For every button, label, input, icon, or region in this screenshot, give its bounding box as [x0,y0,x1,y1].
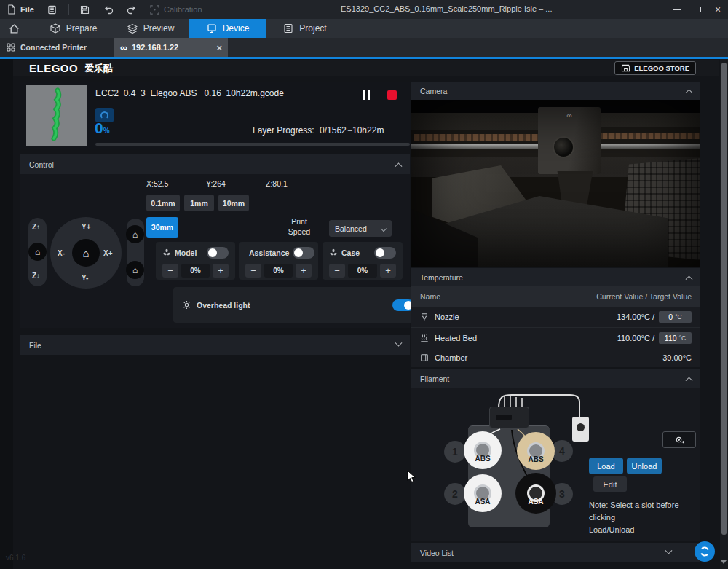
step-0.1mm-button[interactable]: 0.1mm [146,195,180,211]
temperature-columns: Name Current Value / Target Value [411,286,700,307]
x-minus-button[interactable]: X- [58,249,65,257]
refresh-button[interactable] [695,541,715,562]
expand-chevron-icon[interactable] [395,340,403,347]
bed-target-input[interactable]: 110°C [659,332,692,344]
save-button[interactable] [74,0,97,19]
undo-button[interactable] [97,0,120,19]
spool-slot-3[interactable] [515,473,556,514]
camera-feed: ∞ [411,100,700,267]
tab-project[interactable]: Project [266,19,344,38]
overhead-light-label: Overhead light [197,301,250,310]
chamber-label: Chamber [435,353,467,362]
connected-printer-button[interactable]: Connected Printer [0,38,114,57]
nozzle-unit: °C [675,313,682,321]
collapse-chevron-icon[interactable] [686,377,693,384]
step-10mm-button[interactable]: 10mm [218,195,249,211]
tab-device[interactable]: Device [189,19,266,38]
spool-slot-4[interactable] [517,432,555,470]
column-name: Name [420,292,440,301]
fan-case-plus-button[interactable]: + [380,264,396,278]
camera-panel-header[interactable]: Camera [411,82,700,100]
fan-case-minus-button[interactable]: − [329,264,345,278]
control-panel-header[interactable]: Control [20,154,410,174]
store-button-label: ELEGOO STORE [634,64,689,72]
pause-button[interactable] [363,90,373,100]
filament-settings-icon [674,435,685,444]
load-button[interactable]: Load [589,458,623,474]
expand-chevron-icon[interactable] [665,547,673,554]
storefront-icon [621,64,630,72]
scrollbar-thumb[interactable] [721,63,727,535]
document-menu-button[interactable] [41,0,64,19]
tab-project-label: Project [299,23,326,34]
fan-model-toggle[interactable] [207,247,229,259]
left-margin [0,59,13,569]
fan-assistance-plus-button[interactable]: + [296,264,312,278]
stop-button[interactable] [387,90,397,100]
home-xy-button[interactable]: ⌂ [72,239,100,267]
edit-button[interactable]: Edit [593,476,627,492]
project-list-icon [283,23,293,34]
redo-button[interactable] [120,0,143,19]
fan-assistance-toggle[interactable] [293,247,314,259]
spool-slot-2[interactable] [464,474,502,512]
video-list-panel-header[interactable]: Video List [411,543,700,562]
grid-icon [7,43,15,52]
column-value: Current Value / Target Value [596,292,692,301]
z-down-button[interactable]: Z↓ [32,272,40,280]
home-bed-button[interactable]: ⌂ [126,261,144,279]
home-tab[interactable] [0,19,28,38]
collapse-chevron-icon[interactable] [686,89,693,96]
spool-slot-1[interactable] [464,431,502,469]
save-icon [80,4,90,15]
scrollbar[interactable] [720,59,728,569]
home-pad: ⌂ ⌂ [127,219,144,286]
calibration-menu[interactable]: Calibration [143,0,209,19]
file-menu[interactable]: File [0,0,41,19]
printer-subnav: Connected Printer ∞ 192.168.1.22 × [0,38,728,57]
fan-card-assistance: Assistance − 0% + [239,242,318,280]
step-1mm-button[interactable]: 1mm [184,195,214,211]
y-minus-button[interactable]: Y- [82,274,88,282]
filament-panel-header[interactable]: Filament [411,369,700,388]
connected-printer-label: Connected Printer [20,43,87,52]
titlebar: File Calibration ES1329_CC2_ABS_0.16mm_S… [0,0,728,19]
fan-assistance-minus-button[interactable]: − [245,264,261,278]
tab-prepare[interactable]: Prepare [35,19,112,38]
elegoo-store-button[interactable]: ELEGOO STORE [614,61,696,75]
close-tab-icon[interactable]: × [216,43,222,52]
tab-preview[interactable]: Preview [112,19,189,38]
app-window: File Calibration ES1329_CC2_ABS_0.16mm_S… [0,0,728,569]
home-z-button[interactable]: ⌂ [28,243,47,261]
percent-unit: % [103,127,110,135]
close-button[interactable]: × [708,0,728,19]
printer-tab[interactable]: ∞ 192.168.1.22 × [114,38,228,57]
collapse-chevron-icon[interactable] [395,162,403,170]
x-plus-button[interactable]: X+ [103,249,113,257]
maximize-button[interactable] [687,0,708,19]
y-plus-button[interactable]: Y+ [82,223,91,231]
home-icon: ⌂ [35,247,40,257]
fan-case-toggle[interactable] [374,247,396,259]
print-speed-dropdown[interactable]: Balanced [329,220,392,237]
fan-icon [162,248,171,257]
overhead-light-row: Overhead light [173,287,423,323]
filament-settings-button[interactable] [662,431,696,448]
fan-model-minus-button[interactable]: − [162,264,178,278]
z-up-button[interactable]: Z↑ [32,223,40,231]
scrollbar-arrow-icon[interactable] [721,560,727,564]
fan-model-plus-button[interactable]: + [213,264,229,278]
fan-assistance-label: Assistance [249,248,289,257]
minimize-button[interactable] [667,0,687,19]
window-title: ES1329_CC2_ABS_0.16mm_Scale250mm_Ripple … [341,4,552,13]
nozzle-target-input[interactable]: 0°C [659,311,692,323]
gcode-thumbnail [26,85,87,146]
temperature-panel-header[interactable]: Temperature [411,268,700,286]
spinner-icon [100,111,108,119]
unload-button[interactable]: Unload [627,458,662,474]
home-all-button[interactable]: ⌂ [126,225,144,243]
collapse-chevron-icon[interactable] [686,275,693,283]
file-panel-header[interactable]: File [20,335,410,355]
step-30mm-button[interactable]: 30mm [146,217,178,238]
filament-note-line1: Note: Select a slot before clicking [589,499,700,524]
